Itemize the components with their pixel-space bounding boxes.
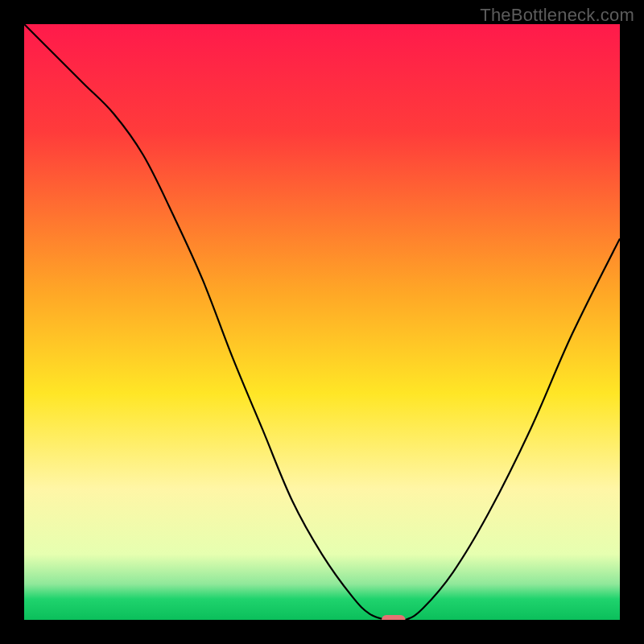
optimal-point-marker (382, 615, 406, 620)
chart-svg (24, 24, 620, 620)
watermark-text: TheBottleneck.com (480, 5, 634, 26)
chart-plot-area (24, 24, 620, 620)
chart-frame: TheBottleneck.com (0, 0, 644, 644)
